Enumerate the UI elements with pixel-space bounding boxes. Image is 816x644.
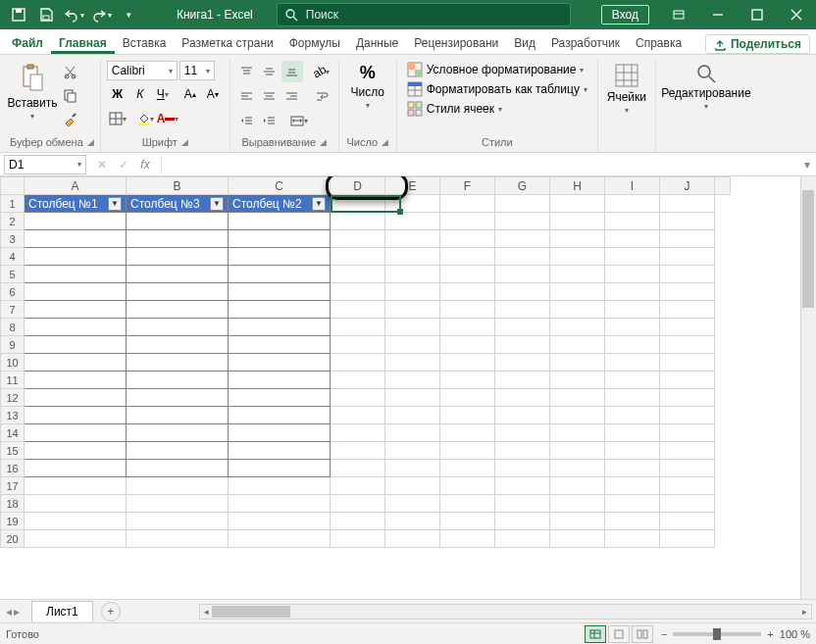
table-cell[interactable] [127,266,229,283]
cell[interactable] [605,336,660,354]
cell[interactable] [331,460,385,477]
font-size-combo[interactable]: 11▾ [179,61,215,80]
decrease-indent-button[interactable] [236,110,258,131]
cell[interactable] [385,319,440,336]
orientation-button[interactable]: ab▾ [311,61,332,82]
cell[interactable] [605,230,660,248]
cell[interactable] [229,530,331,548]
cell[interactable] [605,477,660,495]
table-cell[interactable] [229,213,331,230]
font-launcher-icon[interactable]: ◢ [181,137,188,147]
autosave-icon[interactable] [6,3,31,26]
cell[interactable] [127,495,229,513]
sheet-tab[interactable]: Лист1 [31,601,93,621]
table-cell[interactable] [127,460,229,477]
cell[interactable] [550,336,605,354]
row-header[interactable]: 9 [1,336,25,354]
cell[interactable] [495,495,550,513]
col-header[interactable]: A [25,177,127,195]
select-all-corner[interactable] [1,177,25,195]
cell[interactable] [495,513,550,530]
cell[interactable] [660,319,715,336]
cell[interactable] [495,354,550,372]
tab-developer[interactable]: Разработчик [543,31,628,54]
font-name-combo[interactable]: Calibri▾ [107,61,178,80]
table-cell[interactable] [229,354,331,372]
table-cell[interactable] [127,442,229,460]
table-cell[interactable] [229,230,331,248]
cell[interactable] [331,407,385,424]
cell[interactable] [550,442,605,460]
expand-formula-bar-icon[interactable]: ▾ [798,158,816,172]
col-header[interactable]: C [229,177,331,195]
view-normal-button[interactable] [585,625,606,643]
row-header[interactable]: 7 [1,301,25,319]
cell[interactable] [550,424,605,442]
cell[interactable] [440,389,495,407]
row-header[interactable]: 11 [1,372,25,389]
col-header[interactable]: H [550,177,605,195]
filter-icon[interactable]: ▼ [312,197,326,211]
cell[interactable] [440,336,495,354]
cell[interactable] [385,283,440,301]
cell[interactable] [660,336,715,354]
cell[interactable] [440,407,495,424]
table-cell[interactable] [127,389,229,407]
cell[interactable] [605,424,660,442]
cell[interactable] [440,354,495,372]
cell[interactable] [331,495,385,513]
table-cell[interactable] [229,301,331,319]
table-cell[interactable] [25,266,127,283]
tab-home[interactable]: Главная [51,31,115,54]
cell[interactable] [331,424,385,442]
table-cell[interactable] [25,248,127,266]
cell[interactable] [660,530,715,548]
cell[interactable] [605,319,660,336]
cell[interactable] [331,354,385,372]
alignment-launcher-icon[interactable]: ◢ [320,137,327,147]
grow-font-button[interactable]: A▴ [179,83,201,105]
cell[interactable] [550,460,605,477]
cell[interactable] [385,248,440,266]
table-cell[interactable] [25,319,127,336]
enter-formula-icon[interactable]: ✓ [114,158,133,172]
row-header[interactable]: 8 [1,319,25,336]
cell[interactable] [550,266,605,283]
cell[interactable] [660,248,715,266]
table-cell[interactable] [229,319,331,336]
table-header-cell[interactable]: Столбец №3▼ [127,195,229,213]
row-header[interactable]: 15 [1,442,25,460]
tab-help[interactable]: Справка [628,31,689,54]
table-header-cell[interactable]: Столбец №1▼ [25,195,127,213]
table-cell[interactable] [127,354,229,372]
cell[interactable] [440,319,495,336]
row-header[interactable]: 10 [1,354,25,372]
cell[interactable] [385,442,440,460]
cell[interactable] [550,477,605,495]
sheet-nav-prev-icon[interactable]: ◂ [6,605,12,619]
col-header[interactable]: E [385,177,440,195]
cell[interactable] [605,372,660,389]
cancel-formula-icon[interactable]: ✕ [92,158,112,172]
cell[interactable] [495,477,550,495]
copy-button[interactable] [59,84,80,106]
cell[interactable] [660,513,715,530]
cell[interactable] [440,372,495,389]
cell[interactable] [127,477,229,495]
cell[interactable] [331,266,385,283]
view-page-layout-button[interactable] [608,625,630,643]
cell[interactable] [605,495,660,513]
cell[interactable] [331,389,385,407]
save-icon[interactable] [33,3,59,26]
align-top-button[interactable] [236,61,258,82]
cell[interactable] [550,195,605,213]
cell[interactable] [385,424,440,442]
underline-button[interactable]: Ч▾ [152,83,174,105]
table-cell[interactable] [25,301,127,319]
table-cell[interactable] [229,372,331,389]
cell[interactable] [495,530,550,548]
table-cell[interactable] [229,442,331,460]
align-right-button[interactable] [281,85,303,107]
cell[interactable] [25,530,127,548]
cell[interactable] [229,513,331,530]
